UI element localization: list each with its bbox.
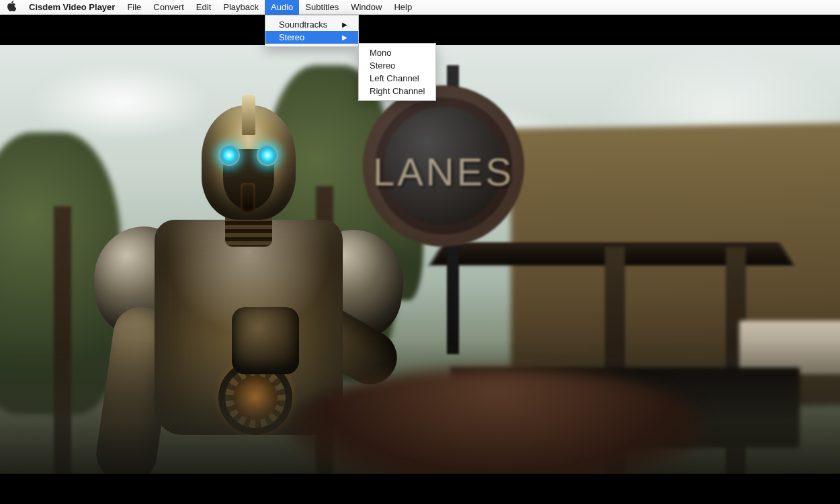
letterbox-top	[0, 15, 840, 45]
stereo-submenu: Mono Stereo Left Channel Right Channel	[358, 43, 436, 101]
menu-edit[interactable]: Edit	[190, 0, 217, 15]
menu-window[interactable]: Window	[345, 0, 388, 15]
menu-label: Soundtracks	[279, 19, 327, 30]
menu-file[interactable]: File	[121, 0, 147, 15]
robot-mouth	[241, 183, 255, 212]
robot-head-crest	[242, 95, 255, 135]
menu-help[interactable]: Help	[388, 0, 418, 15]
robot-eye	[257, 144, 278, 166]
menu-convert[interactable]: Convert	[147, 0, 190, 15]
apple-logo-icon[interactable]	[7, 1, 16, 13]
audio-menu-soundtracks[interactable]: Soundtracks ▶	[265, 18, 358, 31]
stereo-option-right-channel[interactable]: Right Channel	[359, 85, 435, 97]
video-frame: LANES	[0, 45, 840, 475]
menu-playback[interactable]: Playback	[217, 0, 265, 15]
audio-dropdown: Soundtracks ▶ Stereo ▶ Mono Stereo Left …	[265, 15, 359, 47]
menu-subtitles[interactable]: Subtitles	[299, 0, 345, 15]
submenu-arrow-icon: ▶	[342, 34, 347, 41]
menu-label: Stereo	[279, 32, 304, 42]
stereo-option-stereo[interactable]: Stereo	[359, 59, 435, 72]
submenu-arrow-icon: ▶	[342, 21, 347, 28]
menu-audio[interactable]: Audio	[265, 0, 299, 15]
stereo-option-mono[interactable]: Mono	[359, 46, 435, 59]
stereo-option-left-channel[interactable]: Left Channel	[359, 72, 435, 85]
menubar: Cisdem Video Player File Convert Edit Pl…	[0, 0, 840, 15]
robot-eye	[218, 144, 240, 166]
audio-menu-stereo[interactable]: Stereo ▶ Mono Stereo Left Channel Right …	[265, 31, 358, 44]
app-name[interactable]: Cisdem Video Player	[23, 0, 121, 15]
letterbox-bottom	[0, 474, 840, 504]
